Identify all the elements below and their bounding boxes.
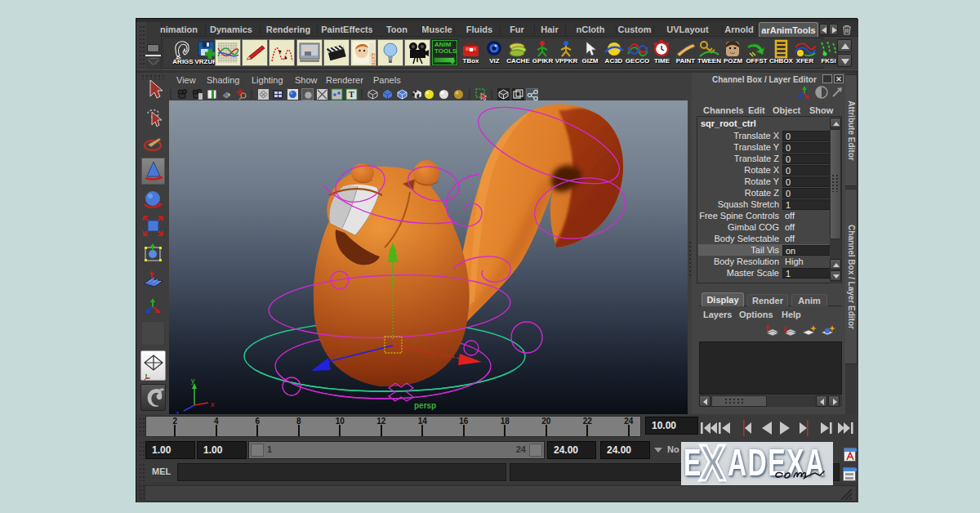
svg-text:persp: persp [414,401,436,410]
svg-text:EXTRAS: EXTRAS [371,53,376,65]
svg-text:y: y [191,377,195,385]
svg-text:x: x [211,400,215,408]
svg-text:T: T [349,90,354,99]
